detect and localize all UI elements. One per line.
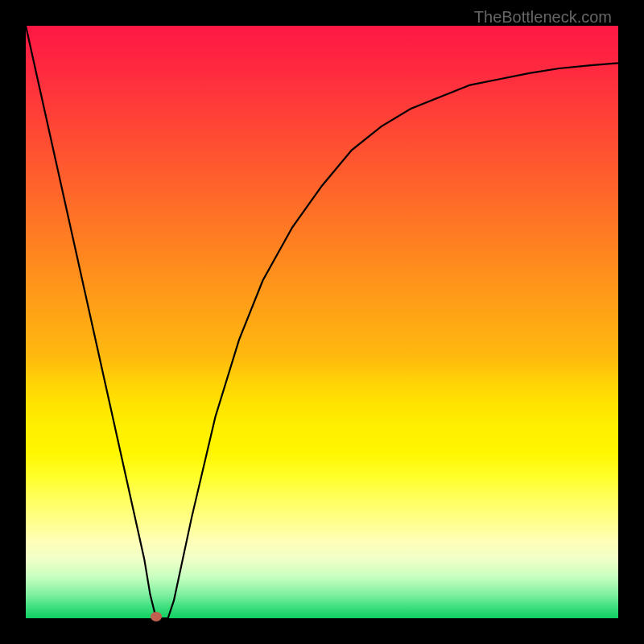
curve-layer xyxy=(26,26,618,618)
bottleneck-curve xyxy=(26,26,618,618)
plot-area xyxy=(26,26,618,618)
optimum-point xyxy=(151,612,162,621)
chart-container: TheBottleneck.com xyxy=(0,0,644,644)
watermark-text: TheBottleneck.com xyxy=(474,8,612,27)
